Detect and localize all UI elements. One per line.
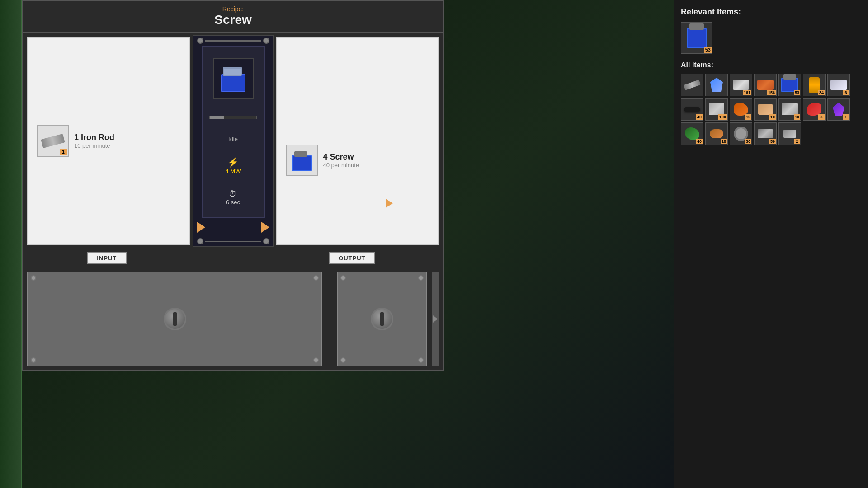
- all-item-3[interactable]: 156: [754, 74, 777, 96]
- shape-concrete: [709, 103, 724, 115]
- output-bolt-tr: [418, 275, 424, 281]
- all-item-14-badge: 40: [696, 139, 703, 144]
- all-item-18[interactable]: 2: [778, 122, 801, 145]
- all-item-4-badge: 53: [794, 90, 800, 95]
- recipe-header: Recipe: Screw: [23, 1, 443, 33]
- shape-rod: [684, 80, 701, 90]
- bolt-bl: [31, 357, 36, 363]
- input-belt-knob: [164, 308, 186, 330]
- shape-wire: [710, 129, 723, 138]
- shape-metal-sheet: [758, 129, 773, 138]
- shape-plastic: [830, 80, 847, 90]
- relevant-items-row: 53: [681, 22, 861, 54]
- input-item-info: 1 Iron Rod 10 per minute: [74, 133, 114, 149]
- bolt-br: [313, 357, 319, 363]
- all-item-5-badge: 34: [818, 90, 825, 95]
- all-item-10[interactable]: 10: [754, 98, 777, 121]
- all-item-12[interactable]: 3: [803, 98, 826, 121]
- screw-icon: [292, 155, 312, 171]
- time-value: 6 sec: [226, 199, 240, 206]
- clock-icon: ⏱: [229, 189, 237, 199]
- output-bolt-br: [418, 357, 424, 363]
- machine-inner: Idle ⚡ 4 MW ⏱ 6 sec: [202, 46, 265, 218]
- input-label-btn[interactable]: INPUT: [87, 252, 127, 264]
- input-item-name: 1 Iron Rod: [74, 133, 114, 142]
- power-value: 4 MW: [226, 168, 241, 174]
- all-item-6-badge: 6: [843, 90, 849, 95]
- io-labels-row: INPUT OUTPUT: [23, 249, 443, 267]
- screw-icon-box: [286, 145, 318, 176]
- machine-connector-bottom: [193, 236, 273, 246]
- side-arrow-area: [432, 272, 439, 366]
- all-item-18-badge: 2: [794, 139, 800, 144]
- all-item-4[interactable]: 53: [778, 74, 801, 96]
- shape-green: [685, 127, 699, 140]
- side-arrow-icon: [433, 315, 438, 323]
- relevant-item-1[interactable]: 53: [681, 22, 712, 54]
- cursor-icon: [386, 199, 393, 208]
- all-item-9-badge: 12: [745, 114, 751, 120]
- shape-ore: [734, 103, 748, 116]
- all-item-7[interactable]: 40: [681, 98, 703, 121]
- progress-bar-container: [209, 116, 256, 119]
- all-item-15-badge: 18: [721, 139, 727, 144]
- all-item-13-badge: 1: [843, 114, 849, 120]
- all-item-1[interactable]: [705, 74, 728, 96]
- input-item-count: 1: [60, 149, 67, 155]
- output-panel: 4 Screw 40 per minute: [276, 37, 439, 245]
- all-item-13[interactable]: 1: [827, 98, 850, 121]
- all-item-12-badge: 3: [818, 114, 825, 120]
- output-item-info: 4 Screw 40 per minute: [323, 152, 359, 169]
- right-panel: Relevant Items: 53 All Items: 161 156: [674, 0, 868, 488]
- all-item-7-badge: 40: [696, 114, 703, 120]
- shape-sheet: [782, 103, 798, 115]
- arrow-left-btn[interactable]: [197, 222, 205, 233]
- shape-organic: [807, 103, 821, 116]
- all-item-17-badge: 59: [769, 139, 776, 144]
- shape-crystal: [710, 78, 723, 92]
- bolt-tr: [313, 275, 319, 281]
- all-item-16[interactable]: 36: [730, 122, 752, 145]
- relevant-header: Relevant Items:: [681, 7, 861, 17]
- output-item-card: 4 Screw 40 per minute: [286, 145, 359, 176]
- all-item-2[interactable]: 161: [730, 74, 752, 96]
- shape-cable: [684, 107, 700, 112]
- recipe-name: Screw: [30, 13, 436, 27]
- shape-iron-ingot: [733, 80, 749, 90]
- output-bolt-bl: [340, 357, 346, 363]
- output-item-rate: 40 per minute: [323, 162, 359, 169]
- all-item-5[interactable]: 34: [803, 74, 826, 96]
- shape-small-ingot2: [783, 130, 796, 138]
- machine-item-display: [213, 58, 254, 99]
- machine-status: Idle: [228, 136, 238, 142]
- input-item-rate: 10 per minute: [74, 142, 114, 149]
- all-item-9[interactable]: 12: [730, 98, 752, 121]
- all-item-10-badge: 10: [769, 114, 776, 120]
- machine-connector-top: [193, 36, 273, 46]
- belt-section: [23, 267, 443, 371]
- all-item-6[interactable]: 6: [827, 74, 850, 96]
- all-item-3-badge: 156: [767, 90, 776, 95]
- output-belt-knob: [371, 308, 393, 330]
- left-sidebar: [0, 0, 22, 488]
- belt-middle-gap: [327, 272, 332, 366]
- all-item-8[interactable]: 100: [705, 98, 728, 121]
- output-bolt-tl: [340, 275, 346, 281]
- output-label-btn[interactable]: OUTPUT: [329, 252, 375, 264]
- all-item-11-badge: 10: [794, 114, 800, 120]
- time-container: ⏱ 6 sec: [226, 189, 240, 206]
- shape-limestone: [758, 104, 773, 115]
- all-item-0[interactable]: [681, 74, 703, 96]
- all-item-14[interactable]: 40: [681, 122, 703, 145]
- recipe-label: Recipe:: [30, 5, 436, 13]
- content-area: 1 1 Iron Rod 10 per minute: [23, 33, 443, 249]
- connector-dot-bottom-right: [263, 238, 269, 244]
- crafting-window: Recipe: Screw 1 1 Iron Rod 10 per minute: [22, 0, 444, 371]
- machine-panel: Idle ⚡ 4 MW ⏱ 6 sec: [193, 35, 274, 247]
- arrow-right-btn[interactable]: [261, 222, 269, 233]
- all-item-17[interactable]: 59: [754, 122, 777, 145]
- all-item-15[interactable]: 18: [705, 122, 728, 145]
- progress-bar: [210, 116, 224, 119]
- all-item-11[interactable]: 10: [778, 98, 801, 121]
- connector-dot-right: [263, 38, 269, 44]
